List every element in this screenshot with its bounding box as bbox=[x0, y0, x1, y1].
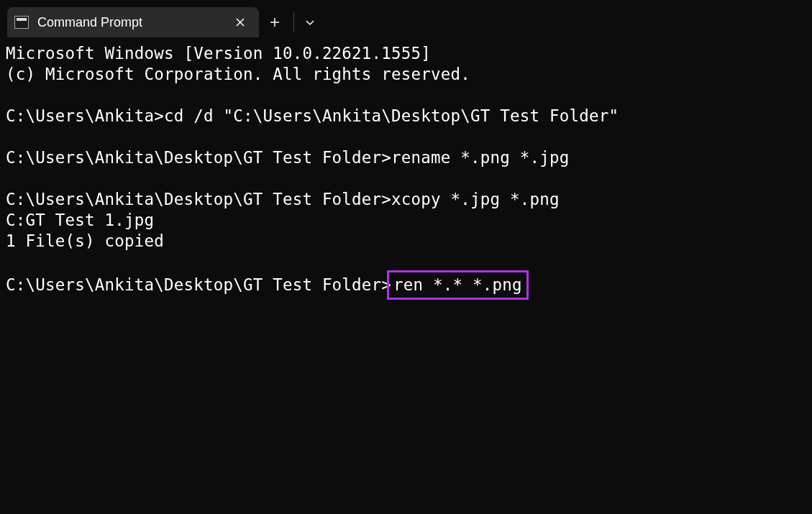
tab-title: Command Prompt bbox=[37, 15, 230, 30]
cmd-icon bbox=[14, 16, 29, 29]
command-cd: cd /d "C:\Users\Ankita\Desktop\GT Test F… bbox=[164, 106, 619, 125]
command-xcopy: xcopy *.jpg *.png bbox=[391, 190, 560, 208]
window-titlebar: Command Prompt bbox=[0, 0, 812, 37]
prompt: C:\Users\Ankita\Desktop\GT Test Folder> bbox=[6, 148, 391, 167]
prompt: C:\Users\Ankita\Desktop\GT Test Folder> bbox=[6, 275, 391, 294]
prompt: C:\Users\Ankita\Desktop\GT Test Folder> bbox=[6, 190, 391, 208]
copyright-line: (c) Microsoft Corporation. All rights re… bbox=[6, 65, 470, 83]
command-rename: rename *.png *.jpg bbox=[391, 148, 569, 167]
highlighted-command: ren *.* *.png bbox=[387, 270, 529, 300]
prompt: C:\Users\Ankita> bbox=[6, 106, 164, 125]
chevron-down-icon bbox=[305, 19, 315, 26]
terminal-tab[interactable]: Command Prompt bbox=[7, 7, 259, 37]
close-tab-button[interactable] bbox=[230, 12, 250, 32]
new-tab-button[interactable] bbox=[259, 7, 291, 37]
plus-icon bbox=[270, 17, 280, 27]
version-line: Microsoft Windows [Version 10.0.22621.15… bbox=[6, 44, 431, 63]
tab-dropdown-button[interactable] bbox=[297, 7, 323, 37]
titlebar-divider bbox=[293, 12, 294, 32]
terminal-output[interactable]: Microsoft Windows [Version 10.0.22621.15… bbox=[0, 37, 812, 303]
output-line: C:GT Test 1.jpg bbox=[6, 211, 154, 229]
close-icon bbox=[236, 18, 245, 27]
output-line: 1 File(s) copied bbox=[6, 231, 164, 250]
command-ren: ren *.* *.png bbox=[393, 275, 522, 294]
